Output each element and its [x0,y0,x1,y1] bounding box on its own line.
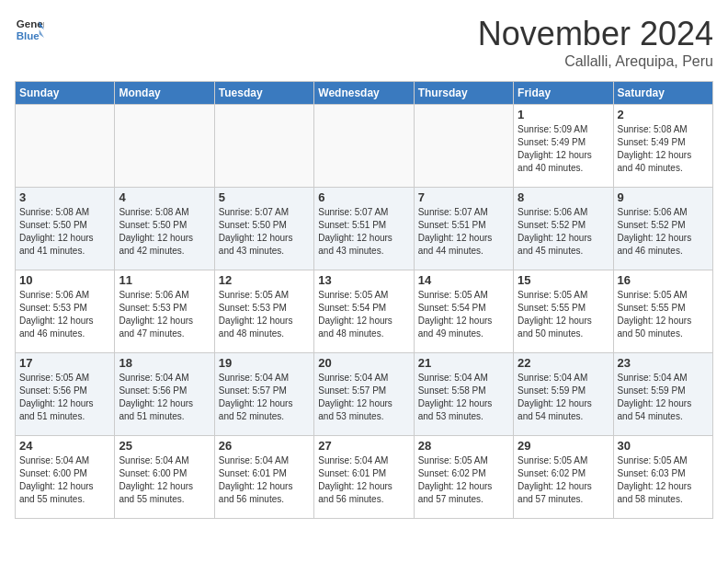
calendar-cell: 18Sunrise: 5:04 AMSunset: 5:56 PMDayligh… [115,353,214,436]
calendar-cell: 14Sunrise: 5:05 AMSunset: 5:54 PMDayligh… [414,270,513,353]
calendar-table: SundayMondayTuesdayWednesdayThursdayFrid… [15,81,713,519]
svg-text:Blue: Blue [17,30,40,41]
day-number: 8 [518,190,609,204]
day-info: Sunrise: 5:06 AMSunset: 5:52 PMDaylight:… [618,206,709,258]
weekday-header: Wednesday [314,82,414,105]
weekday-header: Sunday [16,82,115,105]
day-number: 14 [418,273,509,287]
title-block: November 2024 Callalli, Arequipa, Peru [478,15,713,70]
calendar-cell [214,105,313,188]
day-number: 11 [119,273,210,287]
calendar-week-row: 24Sunrise: 5:04 AMSunset: 6:00 PMDayligh… [16,436,713,519]
calendar-cell: 30Sunrise: 5:05 AMSunset: 6:03 PMDayligh… [613,436,712,519]
calendar-cell: 24Sunrise: 5:04 AMSunset: 6:00 PMDayligh… [16,436,115,519]
calendar-cell [314,105,414,188]
logo: General Blue [15,15,44,44]
day-number: 10 [19,273,110,287]
day-info: Sunrise: 5:05 AMSunset: 6:02 PMDaylight:… [418,454,509,506]
calendar-cell: 23Sunrise: 5:04 AMSunset: 5:59 PMDayligh… [613,353,712,436]
day-number: 13 [318,273,409,287]
day-info: Sunrise: 5:04 AMSunset: 5:56 PMDaylight:… [119,372,210,423]
month-title: November 2024 [478,15,713,53]
day-number: 2 [618,108,709,121]
day-info: Sunrise: 5:08 AMSunset: 5:50 PMDaylight:… [19,206,110,258]
calendar-cell: 21Sunrise: 5:04 AMSunset: 5:58 PMDayligh… [414,353,513,436]
calendar-cell: 8Sunrise: 5:06 AMSunset: 5:52 PMDaylight… [514,188,613,270]
day-number: 17 [19,356,110,370]
day-number: 9 [618,190,709,204]
day-info: Sunrise: 5:07 AMSunset: 5:50 PMDaylight:… [219,206,310,258]
day-info: Sunrise: 5:05 AMSunset: 5:54 PMDaylight:… [418,289,509,340]
day-info: Sunrise: 5:07 AMSunset: 5:51 PMDaylight:… [418,206,509,258]
day-info: Sunrise: 5:05 AMSunset: 5:53 PMDaylight:… [219,289,310,340]
day-number: 12 [219,273,310,287]
calendar-cell: 28Sunrise: 5:05 AMSunset: 6:02 PMDayligh… [414,436,513,519]
calendar-cell: 6Sunrise: 5:07 AMSunset: 5:51 PMDaylight… [314,188,414,270]
svg-marker-3 [40,29,44,38]
calendar-cell: 25Sunrise: 5:04 AMSunset: 6:00 PMDayligh… [115,436,214,519]
weekday-header: Friday [514,82,613,105]
weekday-header: Tuesday [214,82,313,105]
calendar-week-row: 10Sunrise: 5:06 AMSunset: 5:53 PMDayligh… [16,270,713,353]
day-number: 6 [318,190,409,204]
weekday-header: Monday [115,82,214,105]
weekday-header: Thursday [414,82,513,105]
calendar-cell: 22Sunrise: 5:04 AMSunset: 5:59 PMDayligh… [514,353,613,436]
day-info: Sunrise: 5:09 AMSunset: 5:49 PMDaylight:… [518,123,609,175]
day-number: 18 [119,356,210,370]
day-info: Sunrise: 5:04 AMSunset: 5:57 PMDaylight:… [318,372,409,423]
day-number: 28 [418,439,509,453]
day-number: 19 [219,356,310,370]
calendar-week-row: 1Sunrise: 5:09 AMSunset: 5:49 PMDaylight… [16,105,713,188]
day-number: 29 [518,439,609,453]
day-info: Sunrise: 5:05 AMSunset: 5:56 PMDaylight:… [19,372,110,423]
calendar-cell: 19Sunrise: 5:04 AMSunset: 5:57 PMDayligh… [214,353,313,436]
calendar-cell: 7Sunrise: 5:07 AMSunset: 5:51 PMDaylight… [414,188,513,270]
day-number: 26 [219,439,310,453]
weekday-header: Saturday [613,82,712,105]
logo-icon: General Blue [15,15,44,44]
calendar-cell: 11Sunrise: 5:06 AMSunset: 5:53 PMDayligh… [115,270,214,353]
day-info: Sunrise: 5:04 AMSunset: 5:57 PMDaylight:… [219,372,310,423]
day-number: 23 [618,356,709,370]
calendar-cell: 27Sunrise: 5:04 AMSunset: 6:01 PMDayligh… [314,436,414,519]
weekday-header-row: SundayMondayTuesdayWednesdayThursdayFrid… [16,82,713,105]
day-info: Sunrise: 5:06 AMSunset: 5:52 PMDaylight:… [518,206,609,258]
calendar-cell: 10Sunrise: 5:06 AMSunset: 5:53 PMDayligh… [16,270,115,353]
day-info: Sunrise: 5:06 AMSunset: 5:53 PMDaylight:… [19,289,110,340]
day-number: 16 [618,273,709,287]
day-number: 21 [418,356,509,370]
location: Callalli, Arequipa, Peru [478,53,713,70]
day-info: Sunrise: 5:04 AMSunset: 5:59 PMDaylight:… [618,372,709,423]
day-number: 4 [119,190,210,204]
calendar-cell: 5Sunrise: 5:07 AMSunset: 5:50 PMDaylight… [214,188,313,270]
calendar-cell [115,105,214,188]
day-number: 27 [318,439,409,453]
day-number: 7 [418,190,509,204]
calendar-cell: 26Sunrise: 5:04 AMSunset: 6:01 PMDayligh… [214,436,313,519]
calendar-cell: 17Sunrise: 5:05 AMSunset: 5:56 PMDayligh… [16,353,115,436]
calendar-cell: 29Sunrise: 5:05 AMSunset: 6:02 PMDayligh… [514,436,613,519]
day-number: 25 [119,439,210,453]
calendar-cell [16,105,115,188]
day-number: 15 [518,273,609,287]
day-number: 20 [318,356,409,370]
calendar-week-row: 3Sunrise: 5:08 AMSunset: 5:50 PMDaylight… [16,188,713,270]
day-info: Sunrise: 5:05 AMSunset: 6:03 PMDaylight:… [618,454,709,506]
calendar-cell: 16Sunrise: 5:05 AMSunset: 5:55 PMDayligh… [613,270,712,353]
day-info: Sunrise: 5:04 AMSunset: 5:59 PMDaylight:… [518,372,609,423]
day-info: Sunrise: 5:06 AMSunset: 5:53 PMDaylight:… [119,289,210,340]
calendar-cell: 4Sunrise: 5:08 AMSunset: 5:50 PMDaylight… [115,188,214,270]
day-info: Sunrise: 5:08 AMSunset: 5:50 PMDaylight:… [119,206,210,258]
calendar-week-row: 17Sunrise: 5:05 AMSunset: 5:56 PMDayligh… [16,353,713,436]
day-info: Sunrise: 5:04 AMSunset: 5:58 PMDaylight:… [418,372,509,423]
calendar-cell: 13Sunrise: 5:05 AMSunset: 5:54 PMDayligh… [314,270,414,353]
calendar-cell: 3Sunrise: 5:08 AMSunset: 5:50 PMDaylight… [16,188,115,270]
calendar-cell: 1Sunrise: 5:09 AMSunset: 5:49 PMDaylight… [514,105,613,188]
day-number: 24 [19,439,110,453]
day-info: Sunrise: 5:05 AMSunset: 5:55 PMDaylight:… [618,289,709,340]
calendar-cell: 2Sunrise: 5:08 AMSunset: 5:49 PMDaylight… [613,105,712,188]
day-info: Sunrise: 5:04 AMSunset: 6:01 PMDaylight:… [318,454,409,506]
day-number: 3 [19,190,110,204]
day-number: 1 [518,108,609,121]
